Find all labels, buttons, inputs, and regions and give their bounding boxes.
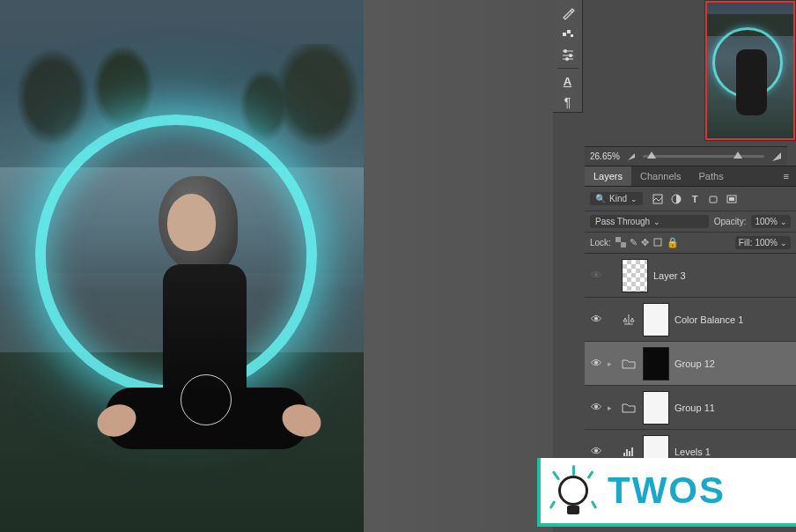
- clone-source-icon[interactable]: [556, 25, 580, 44]
- layer-name-label[interactable]: Levels 1: [674, 447, 711, 457]
- document-canvas[interactable]: [0, 0, 364, 532]
- character-panel-icon[interactable]: A: [556, 72, 580, 92]
- fill-label: Fill:: [739, 238, 753, 248]
- chevron-down-icon: ⌄: [630, 195, 638, 203]
- svg-point-6: [569, 54, 572, 57]
- filter-smart-icon[interactable]: [724, 192, 740, 206]
- visibility-toggle[interactable]: 👁: [590, 401, 602, 414]
- collapsed-panel-dock: A ¶: [553, 0, 583, 113]
- svg-rect-0: [563, 33, 566, 36]
- panel-tabs: Layers Channels Paths ≡: [585, 166, 796, 187]
- layer-name-label[interactable]: Layer 3: [653, 270, 686, 281]
- layers-list: 👁 Layer 3 👁 Color Balance 1 👁 ▸ Group 12…: [585, 254, 796, 474]
- lock-artboard-icon[interactable]: [652, 237, 663, 248]
- fill-value: 100%: [755, 238, 778, 248]
- filter-shape-icon[interactable]: [705, 192, 721, 206]
- lock-position-icon[interactable]: ✥: [641, 237, 649, 248]
- expand-toggle[interactable]: ▸: [608, 403, 616, 412]
- opacity-label: Opacity:: [714, 217, 747, 226]
- tab-paths[interactable]: Paths: [690, 166, 733, 186]
- layer-thumbnail[interactable]: [622, 259, 648, 292]
- adjustment-balance-icon: [622, 314, 638, 326]
- svg-rect-11: [710, 196, 717, 203]
- svg-rect-19: [626, 449, 628, 456]
- brush-panel-icon[interactable]: [556, 4, 580, 23]
- lock-all-icon[interactable]: 🔒: [667, 237, 679, 248]
- person-figure: [97, 176, 326, 476]
- lock-fill-bar: Lock: ✎ ✥ 🔒 Fill: 100% ⌄: [585, 233, 796, 254]
- zoom-value: 26.65%: [590, 151, 620, 161]
- zoom-slider-max[interactable]: [733, 151, 742, 159]
- expand-toggle[interactable]: ▸: [608, 359, 616, 368]
- visibility-toggle[interactable]: 👁: [590, 313, 602, 326]
- layer-row-group12[interactable]: 👁 ▸ Group 12: [585, 342, 796, 386]
- filter-pixel-icon[interactable]: [650, 192, 666, 206]
- svg-point-4: [564, 49, 567, 53]
- navigator-view-box[interactable]: [705, 1, 795, 140]
- zoom-slider-thumb[interactable]: [647, 151, 656, 159]
- folder-icon: [622, 358, 638, 370]
- layer-row-layer3[interactable]: 👁 Layer 3: [585, 254, 796, 298]
- filter-kind-label: Kind: [609, 194, 627, 203]
- layer-row-colorbalance[interactable]: 👁 Color Balance 1: [585, 298, 796, 342]
- layer-mask-thumbnail[interactable]: [643, 347, 669, 381]
- opacity-field[interactable]: 100% ⌄: [751, 215, 791, 228]
- chevron-down-icon: ⌄: [653, 218, 660, 226]
- lock-label: Lock:: [590, 238, 611, 248]
- svg-rect-17: [654, 239, 661, 246]
- svg-rect-1: [567, 30, 571, 33]
- svg-rect-15: [615, 237, 621, 242]
- svg-rect-13: [729, 197, 734, 201]
- layer-filter-kind[interactable]: 🔍 Kind ⌄: [590, 192, 643, 205]
- svg-rect-21: [631, 447, 633, 456]
- svg-rect-20: [629, 451, 630, 456]
- watermark-badge: TWOS: [537, 458, 796, 527]
- zoom-slider[interactable]: [643, 155, 764, 158]
- lightbulb-icon: [546, 463, 601, 518]
- filter-adjustment-icon[interactable]: [668, 192, 684, 206]
- blend-mode-value: Pass Through: [595, 217, 650, 226]
- layer-mask-thumbnail[interactable]: [643, 303, 669, 336]
- layer-name-label[interactable]: Group 11: [674, 403, 715, 413]
- lock-transparent-icon[interactable]: [615, 237, 626, 248]
- layer-mask-thumbnail[interactable]: [643, 391, 669, 425]
- chevron-down-icon: ⌄: [780, 239, 787, 248]
- zoom-large-icon: [771, 151, 782, 162]
- opacity-value: 100%: [755, 217, 778, 226]
- svg-rect-16: [621, 242, 626, 248]
- navigator-zoom-bar: 26.65%: [585, 146, 787, 166]
- fill-field[interactable]: Fill: 100% ⌄: [735, 236, 791, 249]
- folder-icon: [622, 402, 638, 414]
- search-icon: 🔍: [595, 194, 606, 203]
- zoom-small-icon: [627, 152, 636, 161]
- lock-paint-icon[interactable]: ✎: [630, 237, 638, 248]
- visibility-toggle[interactable]: 👁: [590, 357, 602, 370]
- layer-name-label[interactable]: Color Balance 1: [674, 314, 743, 325]
- layer-filter-bar: 🔍 Kind ⌄ T: [585, 187, 796, 211]
- visibility-toggle[interactable]: 👁: [590, 445, 602, 458]
- blend-mode-select[interactable]: Pass Through ⌄: [590, 215, 709, 228]
- watermark-text: TWOS: [608, 469, 726, 512]
- workspace-background: [364, 0, 553, 532]
- navigator-preview[interactable]: [704, 0, 796, 141]
- adjustments-icon[interactable]: [556, 45, 580, 64]
- svg-rect-18: [623, 453, 625, 456]
- filter-type-icon[interactable]: T: [687, 192, 703, 206]
- adjustment-levels-icon: [622, 446, 638, 458]
- brush-cursor-ring: [181, 374, 232, 425]
- tab-channels[interactable]: Channels: [631, 166, 689, 186]
- svg-point-8: [565, 57, 569, 61]
- visibility-toggle[interactable]: 👁: [590, 269, 602, 282]
- tab-layers[interactable]: Layers: [585, 166, 631, 186]
- blend-opacity-bar: Pass Through ⌄ Opacity: 100% ⌄: [585, 211, 796, 233]
- layer-name-label[interactable]: Group 12: [674, 358, 715, 369]
- chevron-down-icon: ⌄: [780, 218, 787, 226]
- paragraph-panel-icon[interactable]: ¶: [556, 92, 580, 112]
- toolbar-divider: [557, 68, 579, 69]
- layer-row-group11[interactable]: 👁 ▸ Group 11: [585, 386, 796, 430]
- svg-rect-2: [571, 34, 573, 37]
- panel-menu-icon[interactable]: ≡: [777, 166, 796, 186]
